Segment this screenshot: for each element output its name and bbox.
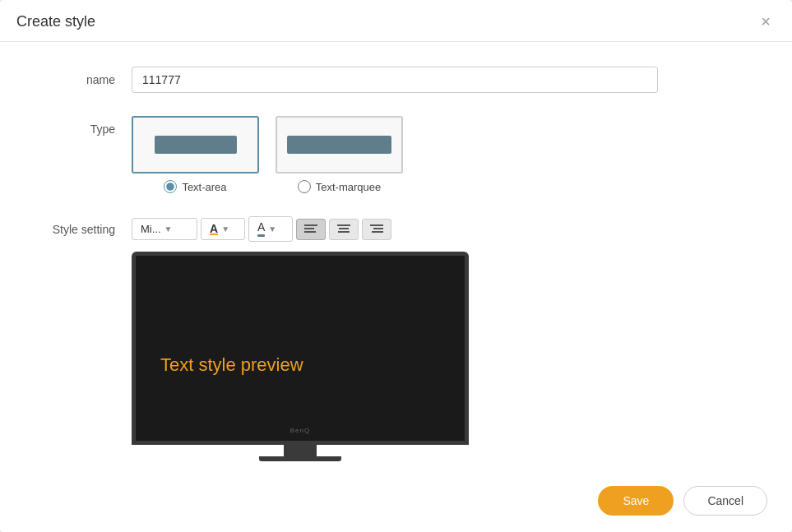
bg-color-icon: A [257, 221, 265, 237]
dialog-title: Create style [16, 13, 95, 30]
type-preview-text-area [132, 116, 259, 173]
dialog-header: Create style × [0, 0, 792, 42]
type-radio-label-text-marquee: Text-marquee [316, 181, 381, 193]
font-color-dropdown-arrow: ▼ [221, 224, 229, 234]
dialog-footer: Save Cancel [0, 470, 792, 532]
type-preview-text-marquee [276, 116, 403, 173]
preview-text: Text style preview [160, 354, 303, 376]
font-color-icon: A [210, 223, 218, 235]
type-radio-text-marquee[interactable] [298, 180, 311, 193]
type-preview-bar-marquee [287, 136, 391, 154]
monitor-stand-neck [284, 445, 317, 456]
type-radio-text-area[interactable] [164, 180, 177, 193]
align-right-button[interactable] [362, 219, 391, 240]
dialog-body: name Type Text-area [0, 42, 792, 501]
svg-rect-5 [338, 231, 350, 233]
align-left-button[interactable] [296, 219, 326, 240]
svg-rect-3 [337, 224, 350, 226]
align-left-icon [304, 224, 317, 235]
type-row: Type Text-area [33, 116, 759, 193]
monitor-frame: Text style preview BenQ [132, 252, 469, 445]
align-center-button[interactable] [329, 219, 359, 240]
style-setting-row: Style setting Mi... ▼ A ▼ [33, 216, 759, 461]
svg-rect-2 [304, 231, 316, 233]
font-a-letter: A [210, 222, 218, 235]
font-dropdown-button[interactable]: Mi... ▼ [132, 218, 197, 240]
svg-rect-6 [370, 224, 383, 226]
style-setting-control: Mi... ▼ A ▼ A ▼ [132, 216, 759, 461]
name-control [132, 67, 759, 93]
name-label: name [33, 67, 132, 86]
save-button[interactable]: Save [598, 486, 674, 516]
type-option-text-area[interactable]: Text-area [132, 116, 259, 193]
bg-color-dropdown-arrow: ▼ [268, 224, 276, 234]
svg-rect-4 [339, 228, 349, 229]
type-radio-label-text-area: Text-area [182, 181, 226, 193]
svg-rect-8 [372, 231, 383, 233]
name-input[interactable] [132, 67, 658, 93]
create-style-dialog: Create style × name Type [0, 0, 792, 532]
align-center-icon [337, 224, 350, 235]
style-setting-controls: Mi... ▼ A ▼ A ▼ [132, 216, 759, 242]
type-label: Type [33, 116, 132, 136]
bg-a-letter: A [257, 220, 265, 237]
font-color-dropdown-button[interactable]: A ▼ [201, 218, 245, 240]
svg-rect-1 [304, 228, 314, 229]
name-row: name [33, 67, 759, 93]
bg-color-dropdown-button[interactable]: A ▼ [248, 216, 293, 242]
font-dropdown-arrow: ▼ [164, 224, 173, 234]
type-control: Text-area Text-marquee [132, 116, 759, 193]
svg-rect-7 [373, 228, 383, 229]
close-button[interactable]: × [756, 12, 776, 31]
type-radio-row-marquee: Text-marquee [298, 180, 381, 193]
svg-rect-0 [304, 224, 317, 226]
monitor-stand-base [259, 456, 341, 461]
monitor-wrapper: Text style preview BenQ [132, 252, 469, 461]
type-preview-bar-area [155, 136, 237, 154]
align-right-icon [370, 224, 383, 235]
type-radio-row-area: Text-area [164, 180, 226, 193]
monitor-brand: BenQ [290, 427, 310, 434]
cancel-button[interactable]: Cancel [683, 486, 767, 516]
font-dropdown-value: Mi... [141, 223, 161, 235]
type-options: Text-area Text-marquee [132, 116, 759, 193]
type-option-text-marquee[interactable]: Text-marquee [276, 116, 403, 193]
style-setting-label: Style setting [33, 216, 132, 236]
